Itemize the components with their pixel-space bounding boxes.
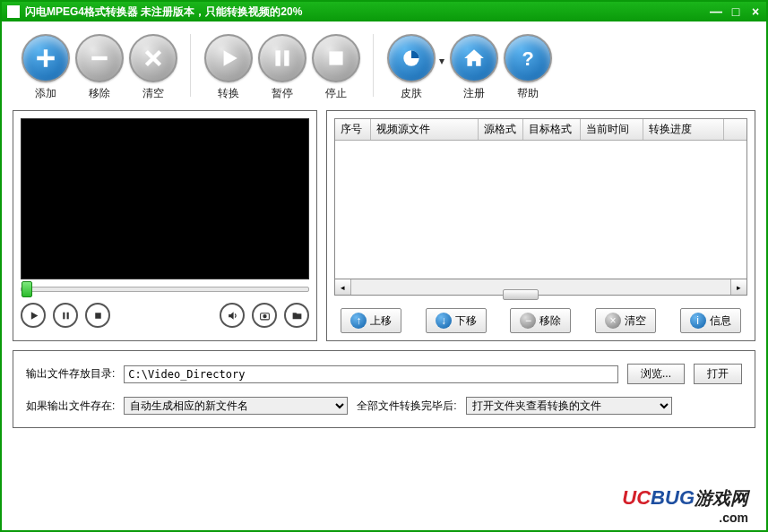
table-body[interactable] bbox=[335, 141, 746, 275]
column-header[interactable]: 转换进度 bbox=[643, 119, 724, 140]
camera-icon bbox=[259, 310, 271, 322]
remove-button[interactable]: 移除 bbox=[75, 34, 124, 101]
stop-button[interactable]: 停止 bbox=[312, 34, 360, 101]
separator bbox=[190, 34, 192, 97]
minus-icon: − bbox=[520, 313, 536, 329]
minus-icon bbox=[88, 47, 111, 70]
horizontal-scrollbar[interactable]: ◂ ▸ bbox=[334, 279, 747, 296]
skin-icon bbox=[400, 47, 423, 70]
list-clear-button[interactable]: ×清空 bbox=[595, 308, 656, 333]
plus-icon bbox=[34, 47, 57, 70]
snapshot-button[interactable] bbox=[252, 303, 277, 328]
maximize-button[interactable]: □ bbox=[730, 6, 741, 17]
file-list-panel: 序号视频源文件源格式目标格式当前时间转换进度 ◂ ▸ ↑上移 ↓下移 −移除 ×… bbox=[326, 110, 755, 341]
exists-label: 如果输出文件存在: bbox=[26, 399, 115, 414]
folder-icon bbox=[291, 310, 303, 322]
arrow-up-icon: ↑ bbox=[350, 313, 367, 329]
stop-icon bbox=[324, 47, 348, 70]
after-select[interactable]: 打开文件夹查看转换的文件 bbox=[466, 397, 672, 415]
svg-rect-3 bbox=[329, 51, 342, 64]
svg-rect-1 bbox=[275, 50, 280, 65]
main-toolbar: 添加 移除 清空 转换 暂停 停止 bbox=[2, 21, 766, 110]
open-button[interactable]: 打开 bbox=[694, 364, 742, 384]
exists-select[interactable]: 自动生成相应的新文件名 bbox=[124, 397, 348, 415]
home-icon bbox=[462, 47, 486, 70]
svg-rect-2 bbox=[284, 50, 289, 65]
table-header: 序号视频源文件源格式目标格式当前时间转换进度 bbox=[335, 119, 746, 141]
folder-button[interactable] bbox=[284, 303, 309, 328]
scroll-left-icon[interactable]: ◂ bbox=[335, 279, 351, 295]
volume-button[interactable] bbox=[220, 303, 245, 328]
close-button[interactable]: × bbox=[750, 6, 761, 17]
pause-small-button[interactable] bbox=[53, 303, 78, 328]
register-button[interactable]: 注册 bbox=[450, 34, 498, 101]
video-preview[interactable] bbox=[21, 118, 309, 279]
x-icon bbox=[142, 47, 165, 70]
app-icon bbox=[7, 5, 20, 18]
svg-point-10 bbox=[263, 313, 266, 317]
list-remove-button[interactable]: −移除 bbox=[510, 308, 571, 333]
column-header[interactable]: 当前时间 bbox=[581, 119, 643, 140]
svg-rect-6 bbox=[63, 312, 65, 319]
browse-button[interactable]: 浏览... bbox=[627, 364, 685, 384]
stop-small-button[interactable] bbox=[85, 303, 110, 328]
stop-icon bbox=[92, 310, 104, 322]
add-button[interactable]: 添加 bbox=[22, 34, 70, 101]
help-button[interactable]: ? 帮助 bbox=[504, 34, 552, 101]
output-settings-panel: 输出文件存放目录: 浏览... 打开 如果输出文件存在: 自动生成相应的新文件名… bbox=[13, 350, 755, 428]
pause-button[interactable]: 暂停 bbox=[258, 34, 306, 101]
speaker-icon bbox=[227, 310, 238, 322]
watermark: UCBUG游戏网 .com bbox=[622, 486, 748, 525]
column-header[interactable]: 视频源文件 bbox=[371, 119, 479, 140]
skin-button[interactable]: 皮肤 bbox=[387, 34, 436, 101]
pause-icon bbox=[60, 310, 72, 322]
scroll-thumb[interactable] bbox=[503, 289, 539, 300]
app-window: 闪电MPEG4格式转换器 未注册版本，只能转换视频的20% — □ × 添加 移… bbox=[0, 0, 768, 532]
titlebar[interactable]: 闪电MPEG4格式转换器 未注册版本，只能转换视频的20% — □ × bbox=[2, 2, 766, 21]
arrow-down-icon: ↓ bbox=[436, 313, 452, 329]
info-button[interactable]: i信息 bbox=[680, 308, 741, 333]
moveup-button[interactable]: ↑上移 bbox=[341, 308, 401, 333]
column-header[interactable]: 目标格式 bbox=[523, 119, 581, 140]
skin-dropdown-icon[interactable]: ▾ bbox=[439, 55, 444, 67]
pause-icon bbox=[271, 47, 294, 70]
play-icon bbox=[217, 47, 240, 70]
output-dir-label: 输出文件存放目录: bbox=[26, 366, 115, 382]
svg-rect-8 bbox=[95, 313, 101, 319]
play-small-button[interactable] bbox=[21, 303, 46, 328]
after-label: 全部文件转换完毕后: bbox=[357, 399, 456, 414]
seek-thumb[interactable] bbox=[22, 281, 32, 297]
svg-rect-7 bbox=[66, 312, 68, 319]
output-dir-input[interactable] bbox=[124, 365, 618, 383]
scroll-right-icon[interactable]: ▸ bbox=[730, 279, 746, 295]
separator bbox=[373, 34, 375, 97]
title-text: 闪电MPEG4格式转换器 未注册版本，只能转换视频的20% bbox=[25, 4, 711, 20]
svg-rect-0 bbox=[91, 56, 107, 60]
convert-button[interactable]: 转换 bbox=[204, 34, 253, 101]
x-icon: × bbox=[605, 313, 621, 329]
clear-button[interactable]: 清空 bbox=[129, 34, 177, 101]
preview-panel bbox=[13, 110, 317, 341]
info-icon: i bbox=[690, 313, 706, 329]
seek-slider[interactable] bbox=[21, 287, 309, 292]
column-header[interactable]: 序号 bbox=[335, 119, 371, 140]
svg-text:?: ? bbox=[522, 47, 533, 70]
play-icon bbox=[28, 310, 39, 322]
movedown-button[interactable]: ↓下移 bbox=[426, 308, 487, 333]
file-table[interactable]: 序号视频源文件源格式目标格式当前时间转换进度 bbox=[334, 118, 747, 279]
minimize-button[interactable]: — bbox=[711, 6, 721, 17]
column-header[interactable]: 源格式 bbox=[479, 119, 523, 140]
question-icon: ? bbox=[516, 47, 539, 70]
